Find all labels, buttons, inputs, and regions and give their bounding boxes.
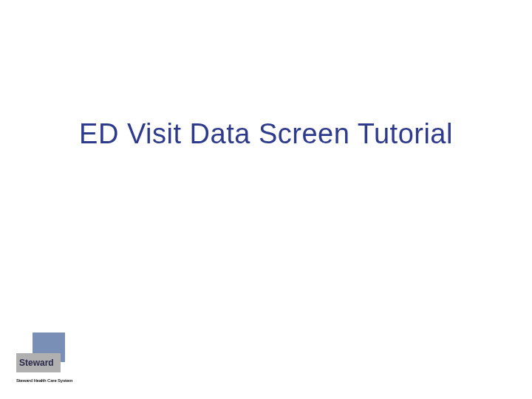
brand-logo-mark: Steward <box>16 332 68 377</box>
logo-shape-front: Steward <box>16 353 61 372</box>
slide-title: ED Visit Data Screen Tutorial <box>0 118 532 150</box>
logo-brand-text: Steward <box>19 358 54 368</box>
brand-logo: Steward Steward Health Care System <box>16 332 83 383</box>
logo-subtext: Steward Health Care System <box>16 378 83 383</box>
